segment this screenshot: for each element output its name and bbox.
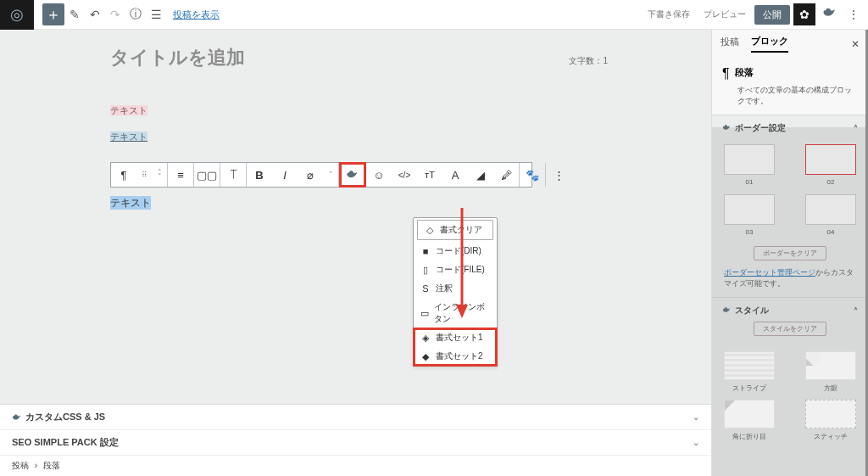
save-draft-button[interactable]: 下書き保存 <box>643 8 695 20</box>
align-icon[interactable]: ≡ <box>168 162 193 188</box>
sb-block-info: ¶ 段落 すべての文章の基本の構成ブロックです。 <box>712 58 868 115</box>
dd-annotation[interactable]: S 注釈 <box>414 279 497 298</box>
close-sidebar-icon[interactable]: ✕ <box>851 38 860 50</box>
s-icon: S <box>420 283 431 294</box>
dd-code-dir[interactable]: ■ コード(DIR) <box>414 242 497 260</box>
chevron-down-icon[interactable]: ˅ <box>323 162 338 188</box>
block-name: 段落 <box>735 66 754 79</box>
undo-icon[interactable]: ↶ <box>85 0 105 30</box>
outline-icon[interactable]: ☰ <box>146 0 166 30</box>
seo-panel[interactable]: SEO SIMPLE PACK 設定 ⌄ <box>0 430 711 456</box>
paragraph-icon: ¶ <box>722 66 730 81</box>
marker-icon[interactable]: ◢ <box>468 162 493 188</box>
view-post-link[interactable]: 投稿を表示 <box>173 8 220 21</box>
dd-clear-format[interactable]: ◇ 書式クリア <box>417 220 493 240</box>
block-toolbar: ¶ ⠿ ˄˅ ≡ ▢▢ ⟙ B I ⌀ ˅ <box>110 162 532 188</box>
sidebar-tabs: 投稿 ブロック ✕ <box>712 30 868 58</box>
word-count: 文字数：1 <box>569 55 608 67</box>
columns-icon[interactable]: ▢▢ <box>194 162 220 188</box>
folder-icon: ■ <box>420 246 431 256</box>
bottom-panels: カスタムCSS & JS ⌄ SEO SIMPLE PACK 設定 ⌄ 投稿 ›… <box>0 404 711 476</box>
sidebar: 投稿 ブロック ✕ ¶ 段落 すべての文章の基本の構成ブロックです。 ボーダー設… <box>711 30 868 476</box>
layers-icon: ◆ <box>420 351 431 362</box>
whale-icon[interactable] <box>819 5 841 24</box>
site-logo[interactable]: ◎ <box>0 0 34 30</box>
pencil-icon[interactable]: ✎ <box>64 0 85 30</box>
textsize-icon[interactable]: тT <box>417 162 442 188</box>
dd-code-file[interactable]: ▯ コード(FILE) <box>414 260 497 279</box>
whale-icon <box>12 412 22 423</box>
format-dropdown: ◇ 書式クリア ■ コード(DIR) ▯ コード(FILE) S 注釈 ▭ イン… <box>413 217 498 367</box>
chevron-down-icon: ⌄ <box>693 412 699 422</box>
block-desc: すべての文章の基本の構成ブロックです。 <box>737 85 858 106</box>
tab-block[interactable]: ブロック <box>751 35 788 53</box>
margin-icon[interactable]: ⟙ <box>220 162 246 188</box>
paragraph-icon[interactable]: ¶ <box>111 162 136 188</box>
topbar: ◎ ＋ ✎ ↶ ↷ ⓘ ☰ 投稿を表示 下書き保存 プレビュー 公開 ✿ ⋮ <box>0 0 868 30</box>
text-block-1[interactable]: テキスト <box>110 104 711 117</box>
title-row: タイトルを追加 文字数：1 <box>0 45 711 70</box>
add-block-button[interactable]: ＋ <box>42 3 64 25</box>
code-icon[interactable]: </> <box>392 162 417 188</box>
link-icon[interactable]: ⌀ <box>298 162 323 188</box>
more-icon[interactable]: ⋮ <box>844 8 863 21</box>
topbar-left: ◎ ＋ ✎ ↶ ↷ ⓘ ☰ 投稿を表示 <box>0 0 220 29</box>
italic-icon[interactable]: I <box>272 162 298 188</box>
drag-handle-icon[interactable]: ⠿ <box>136 162 152 188</box>
font-icon[interactable]: A <box>442 162 468 188</box>
paw-icon[interactable]: 🐾 <box>520 162 545 188</box>
custom-css-panel[interactable]: カスタムCSS & JS ⌄ <box>0 405 711 430</box>
more-options-icon[interactable]: ⋮ <box>546 162 571 188</box>
dd-format-set-2[interactable]: ◆ 書式セット2 <box>414 347 497 366</box>
move-arrows-icon[interactable]: ˄˅ <box>152 162 167 188</box>
emoji-icon[interactable]: ☺ <box>366 162 392 188</box>
eraser-icon: ◇ <box>425 225 435 236</box>
topbar-right: 下書き保存 プレビュー 公開 ✿ ⋮ <box>643 3 868 25</box>
post-title-placeholder[interactable]: タイトルを追加 <box>110 45 245 70</box>
preview-button[interactable]: プレビュー <box>698 8 751 20</box>
chevron-down-icon: ⌄ <box>693 438 699 447</box>
selected-text-block[interactable]: テキスト <box>110 196 711 210</box>
text-block-2[interactable]: テキスト <box>110 131 711 143</box>
dd-inline-button[interactable]: ▭ インラインボタン <box>414 298 497 328</box>
editor-scroll: タイトルを追加 文字数：1 テキスト テキスト ¶ ⠿ ˄˅ ≡ ▢▢ ⟙ <box>0 30 711 404</box>
settings-gear-icon[interactable]: ✿ <box>793 3 815 25</box>
editor: タイトルを追加 文字数：1 テキスト テキスト ¶ ⠿ ˄˅ ≡ ▢▢ ⟙ <box>0 30 711 476</box>
dd-format-set-1[interactable]: ◈ 書式セット1 <box>414 328 497 347</box>
rect-icon: ▭ <box>420 308 429 319</box>
info-icon[interactable]: ⓘ <box>125 0 146 30</box>
bold-icon[interactable]: B <box>247 162 272 188</box>
pen-icon[interactable]: 🖉 <box>493 162 519 188</box>
breadcrumb: 投稿 › 段落 <box>0 456 711 476</box>
publish-button[interactable]: 公開 <box>754 5 790 25</box>
file-icon: ▯ <box>420 265 431 276</box>
whale-format-button[interactable] <box>339 162 366 188</box>
tab-post[interactable]: 投稿 <box>721 36 739 52</box>
layers-icon: ◈ <box>420 333 431 344</box>
main: タイトルを追加 文字数：1 テキスト テキスト ¶ ⠿ ˄˅ ≡ ▢▢ ⟙ <box>0 30 868 476</box>
redo-icon[interactable]: ↷ <box>105 0 125 30</box>
